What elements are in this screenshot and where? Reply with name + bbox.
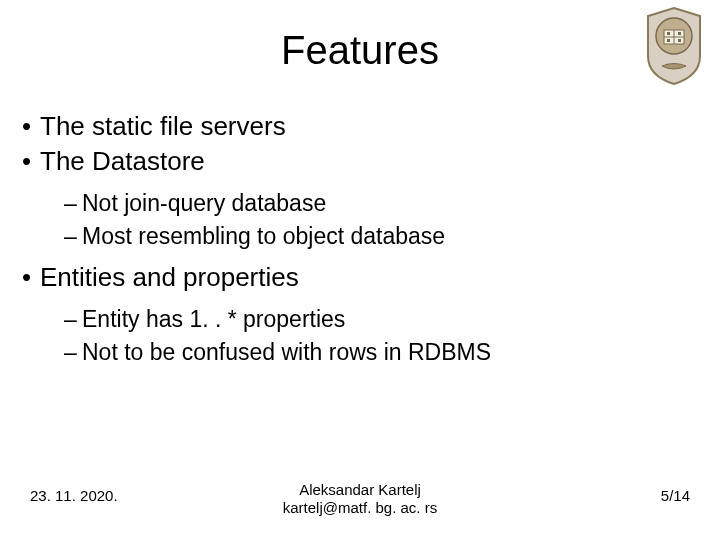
svg-rect-7 bbox=[678, 39, 681, 42]
footer-author: Aleksandar Kartelj bbox=[0, 481, 720, 500]
university-seal-icon bbox=[642, 6, 706, 86]
bullet-item: •The static file servers bbox=[22, 110, 698, 143]
sub-bullet-text: Not join-query database bbox=[82, 190, 326, 216]
bullet-text: Entities and properties bbox=[40, 262, 299, 292]
footer-author-block: Aleksandar Kartelj kartelj@matf. bg. ac.… bbox=[0, 481, 720, 519]
bullet-item: •Entities and properties bbox=[22, 261, 698, 294]
sub-bullet-item: –Most resembling to object database bbox=[64, 222, 698, 251]
bullet-text: The Datastore bbox=[40, 146, 205, 176]
bullet-text: The static file servers bbox=[40, 111, 286, 141]
svg-rect-6 bbox=[667, 39, 670, 42]
sub-bullet-text: Most resembling to object database bbox=[82, 223, 445, 249]
sub-bullet-item: –Entity has 1. . * properties bbox=[64, 305, 698, 334]
slide-body: •The static file servers •The Datastore … bbox=[22, 110, 698, 370]
sub-bullet-text: Entity has 1. . * properties bbox=[82, 306, 345, 332]
sub-bullet-item: –Not join-query database bbox=[64, 189, 698, 218]
svg-rect-4 bbox=[667, 32, 670, 35]
footer-email: kartelj@matf. bg. ac. rs bbox=[0, 499, 720, 518]
sub-bullet-text: Not to be confused with rows in RDBMS bbox=[82, 339, 491, 365]
slide: Features •The static file servers •The D… bbox=[0, 0, 720, 540]
sub-bullet-item: –Not to be confused with rows in RDBMS bbox=[64, 338, 698, 367]
svg-rect-5 bbox=[678, 32, 681, 35]
footer-page-number: 5/14 bbox=[661, 487, 690, 504]
bullet-item: •The Datastore bbox=[22, 145, 698, 178]
slide-title: Features bbox=[0, 28, 720, 73]
